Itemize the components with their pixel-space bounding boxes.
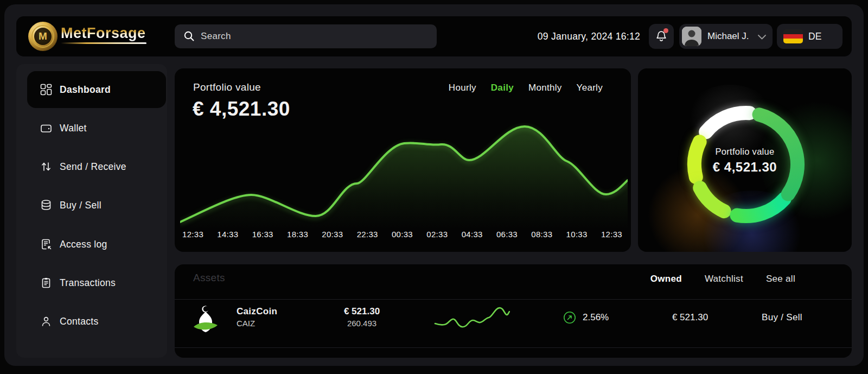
sidebar-item-label: Dashboard (60, 77, 111, 103)
sidebar-item-transactions[interactable]: Transactions (16, 270, 167, 296)
x-tick: 20:33 (322, 230, 343, 239)
asset-change-percent: 2.56% (583, 312, 609, 323)
tab-daily[interactable]: Daily (491, 83, 514, 93)
portfolio-value-amount: € 4,521.30 (193, 98, 290, 121)
language-code-label: DE (808, 24, 821, 49)
user-menu[interactable]: Michael J. (679, 24, 773, 49)
header-bar: M MetForsage Search 09 January, 2024 16:… (16, 16, 852, 56)
x-tick: 18:33 (287, 230, 308, 239)
brand-logo-coin-icon: M (28, 22, 58, 51)
x-tick: 02:33 (426, 230, 448, 239)
search-placeholder: Search (201, 24, 231, 48)
german-flag-icon (783, 29, 803, 43)
divider (175, 347, 852, 348)
brand-monogram: M (39, 30, 47, 42)
buy-sell-link[interactable]: Buy / Sell (762, 312, 802, 323)
sidebar-item-label: Access log (60, 231, 107, 257)
portfolio-area-chart[interactable] (180, 123, 628, 229)
sidebar-item-contacts[interactable]: Contacts (16, 308, 167, 334)
wallet-icon (40, 122, 52, 134)
assets-card: Assets Owned Watchlist See all CaizCoin … (175, 264, 852, 358)
x-tick: 00:33 (392, 230, 413, 239)
brand-logo[interactable]: MetForsage (61, 25, 146, 44)
x-axis-labels: 12:33 14:33 16:33 18:33 20:33 22:33 00:3… (182, 230, 622, 239)
brand-underline (61, 42, 146, 44)
access-log-icon (40, 238, 52, 250)
sidebar-item-send-receive[interactable]: Send / Receive (16, 154, 167, 180)
sidebar-item-label: Buy / Sell (60, 192, 101, 218)
range-tabs: Hourly Daily Monthly Yearly (449, 83, 603, 93)
search-icon (183, 30, 195, 42)
x-tick: 22:33 (357, 230, 378, 239)
search-input[interactable]: Search (175, 24, 437, 48)
x-tick: 12:33 (601, 230, 622, 239)
asset-name: CaizCoin (237, 306, 277, 317)
x-tick: 04:33 (462, 230, 483, 239)
x-tick: 12:33 (182, 230, 203, 239)
donut-segment-white (706, 113, 749, 132)
divider (175, 299, 852, 300)
portfolio-chart-card: Portfolio value € 4,521.30 Hourly Daily … (175, 68, 631, 252)
donut-segment-lime-bottom (700, 188, 724, 211)
brand-name: MetForsage (61, 25, 146, 42)
sidebar-item-label: Send / Receive (60, 154, 126, 180)
x-tick: 10:33 (566, 230, 588, 239)
x-tick: 06:33 (496, 230, 518, 239)
notifications-button[interactable] (649, 24, 674, 49)
clipboard-icon (40, 277, 52, 289)
sidebar-item-label: Contacts (60, 308, 98, 334)
tab-watchlist[interactable]: Watchlist (705, 274, 743, 284)
asset-symbol: CAIZ (237, 319, 255, 328)
sidebar: Dashboard Wallet Send / Receive Buy / Se… (16, 64, 167, 358)
donut-segment-mint (737, 199, 784, 216)
asset-price: € 521.30 (321, 306, 403, 317)
donut-portfolio-value: € 4,521.30 (638, 160, 852, 175)
notification-dot-badge (663, 28, 668, 33)
asset-amount: 260.493 (321, 319, 403, 328)
user-name-label: Michael J. (707, 24, 749, 49)
asset-sparkline (434, 303, 510, 332)
tab-see-all[interactable]: See all (766, 274, 795, 284)
tab-yearly[interactable]: Yearly (577, 83, 603, 93)
tab-owned[interactable]: Owned (650, 274, 682, 284)
chart-area-fill (180, 126, 628, 229)
sidebar-item-label: Wallet (60, 115, 87, 141)
change-up-icon (563, 311, 576, 324)
sidebar-item-access-log[interactable]: Access log (16, 231, 167, 257)
sidebar-item-label: Transactions (60, 270, 116, 296)
person-icon (40, 315, 52, 327)
coins-stack-icon (40, 199, 52, 211)
avatar (682, 27, 701, 46)
caizcoin-icon (193, 305, 218, 336)
chevron-down-icon (758, 35, 766, 40)
arrows-up-down-icon (40, 161, 52, 173)
portfolio-value-label: Portfolio value (193, 81, 261, 93)
language-selector[interactable]: DE (777, 24, 843, 49)
assets-tabs: Owned Watchlist See all (650, 274, 795, 284)
donut-portfolio-label: Portfolio value (638, 147, 852, 157)
sidebar-item-wallet[interactable]: Wallet (16, 115, 167, 141)
x-tick: 16:33 (252, 230, 273, 239)
sidebar-item-buy-sell[interactable]: Buy / Sell (16, 192, 167, 218)
assets-title: Assets (193, 272, 225, 284)
donut-center-text: Portfolio value € 4,521.30 (638, 147, 852, 175)
tab-hourly[interactable]: Hourly (449, 83, 476, 93)
dashboard-icon (40, 84, 52, 96)
asset-total-value: € 521.30 (658, 312, 723, 323)
sidebar-item-dashboard[interactable]: Dashboard (16, 77, 167, 103)
portfolio-donut-card: Portfolio value € 4,521.30 (638, 68, 852, 252)
datetime-label: 09 January, 2024 16:12 (538, 16, 640, 56)
x-tick: 14:33 (217, 230, 238, 239)
x-tick: 08:33 (531, 230, 552, 239)
tab-monthly[interactable]: Monthly (528, 83, 562, 93)
